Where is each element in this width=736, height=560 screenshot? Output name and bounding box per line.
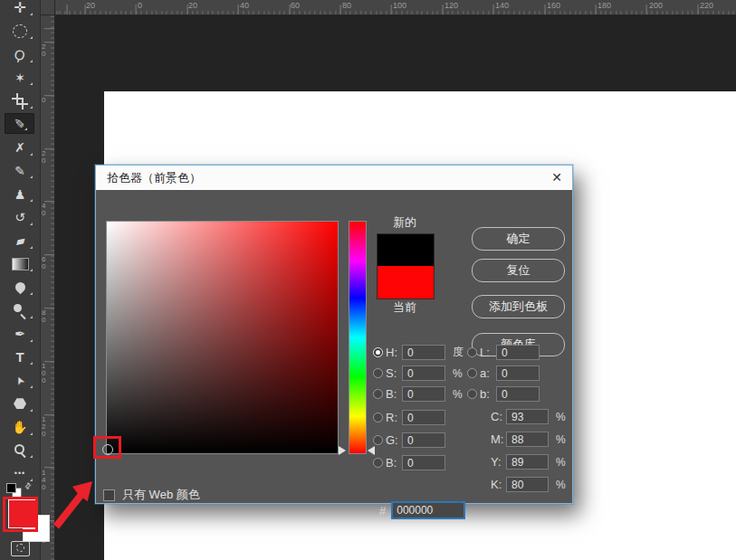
rgb-R-label: R: [386, 411, 402, 424]
ruler-label: 20 [42, 43, 49, 58]
rgb-R-radio[interactable] [373, 413, 383, 422]
hsb-B-label: B: [386, 387, 402, 401]
hue-slider[interactable] [349, 221, 367, 454]
color-picker-dialog: 拾色器（前景色） ✕ 新的 当前 确定复位添加到色板颜色库 H:0度S:0%B:… [95, 165, 573, 504]
ruler-label: 0 [138, 1, 142, 10]
hsb-H-input[interactable]: 0 [402, 345, 445, 360]
eyedropper-tool-icon: ✐ [13, 118, 25, 128]
clone-stamp-tool-icon: ♟ [14, 188, 26, 201]
ok-button[interactable]: 确定 [472, 227, 565, 251]
magic-wand-tool[interactable]: ✶ [0, 66, 40, 89]
rgb-B-input[interactable]: 0 [402, 455, 445, 470]
hex-prefix-label: # [379, 504, 386, 517]
history-brush-tool-icon: ↺ [14, 211, 25, 223]
rgb-G-label: G: [386, 433, 402, 447]
marquee-tool[interactable] [0, 20, 40, 43]
close-icon[interactable]: ✕ [545, 166, 569, 189]
tool-palette: ✛Ϙ✶✐✗✎♟↺▰✒T➤✋••• ⇄ [0, 0, 41, 560]
hsb-H-radio[interactable] [373, 347, 383, 357]
rgb-G-input[interactable]: 0 [402, 432, 445, 448]
type-tool[interactable]: T [0, 346, 40, 368]
pen-tool[interactable]: ✒ [0, 323, 40, 346]
ruler-label: 40 [240, 1, 249, 10]
photoshop-window: 20020406080100120140160180200220 2002040… [0, 0, 736, 560]
ruler-label: 140 [42, 470, 49, 491]
hand-tool[interactable]: ✋ [0, 416, 40, 439]
blur-tool-icon [13, 280, 27, 295]
hex-input[interactable]: 000000 [391, 501, 465, 519]
ruler-origin-corner[interactable] [40, 0, 55, 15]
rgb-R-input[interactable]: 0 [402, 410, 445, 425]
web-colors-row: 只有 Web 颜色 [103, 487, 200, 503]
lab-a-radio[interactable] [467, 368, 477, 378]
lab-b-radio[interactable] [467, 389, 477, 399]
rgb-B-radio[interactable] [373, 458, 383, 468]
lab-a-label: a: [480, 366, 496, 380]
cmyk-Y-unit: % [556, 456, 566, 469]
shape-tool[interactable] [0, 393, 40, 415]
ruler-label: 40 [42, 203, 49, 217]
lab-a-row: a:0 [467, 363, 540, 384]
cmyk-K-row: K:80% [491, 473, 566, 496]
dialog-title: 拾色器（前景色） [107, 170, 201, 186]
rgb-fields: R:0G:0B:0 [373, 406, 445, 474]
hsb-B-unit: % [453, 388, 463, 401]
cmyk-C-input[interactable]: 93 [506, 409, 549, 424]
hex-field-row: # 000000 [379, 501, 465, 519]
clone-stamp-tool[interactable]: ♟ [0, 183, 40, 205]
saturation-brightness-field[interactable] [106, 221, 339, 454]
lab-L-row: L:0 [467, 342, 540, 363]
hsb-S-radio[interactable] [373, 368, 383, 378]
dialog-titlebar[interactable]: 拾色器（前景色） ✕ [96, 166, 572, 190]
ruler-minor-ticks [54, 11, 736, 14]
healing-brush-tool-icon: ✗ [14, 141, 25, 154]
ruler-label: 120 [42, 416, 49, 438]
magic-wand-tool-icon: ✶ [14, 71, 25, 84]
hsb-H-row: H:0度 [373, 342, 464, 363]
shape-tool-icon [14, 398, 26, 409]
history-brush-tool[interactable]: ↺ [0, 206, 40, 229]
zoom-tool[interactable] [0, 439, 40, 461]
blur-tool[interactable] [0, 276, 40, 299]
ruler-label: 220 [700, 1, 713, 10]
gradient-tool[interactable] [0, 252, 40, 275]
eraser-tool[interactable]: ▰ [0, 230, 40, 252]
cmyk-M-row: M:88% [491, 428, 566, 451]
dialog-body: 新的 当前 确定复位添加到色板颜色库 H:0度S:0%B:0% L:0a:0b:… [96, 190, 572, 503]
reset-button[interactable]: 复位 [472, 259, 565, 282]
hue-slider-left-arrow-icon[interactable] [339, 446, 346, 455]
horizontal-ruler[interactable]: 20020406080100120140160180200220 [40, 0, 736, 15]
marquee-tool-icon [13, 24, 27, 38]
default-colors-icon[interactable] [6, 483, 16, 493]
hsb-B-radio[interactable] [373, 389, 383, 399]
lab-a-input[interactable]: 0 [496, 365, 540, 381]
cmyk-M-input[interactable]: 88 [506, 432, 549, 447]
hsb-S-input[interactable]: 0 [402, 365, 445, 381]
ruler-label: 80 [42, 309, 49, 324]
lab-b-input[interactable]: 0 [496, 386, 540, 402]
cmyk-Y-input[interactable]: 89 [506, 454, 549, 470]
brush-tool[interactable]: ✎ [0, 159, 40, 182]
lab-L-input[interactable]: 0 [496, 345, 540, 360]
color-compare-swatch [377, 233, 435, 299]
web-colors-checkbox[interactable] [103, 489, 115, 501]
lab-b-label: b: [480, 387, 496, 401]
rgb-G-radio[interactable] [373, 435, 383, 445]
dodge-tool[interactable] [0, 299, 40, 322]
move-tool[interactable]: ✛ [0, 0, 40, 19]
cmyk-K-input[interactable]: 80 [506, 477, 549, 492]
path-select-tool[interactable]: ➤ [0, 369, 40, 392]
lasso-tool[interactable]: Ϙ [0, 43, 40, 66]
rgb-B-row: B:0 [373, 451, 445, 474]
crop-tool[interactable] [0, 90, 40, 112]
swap-colors-icon[interactable]: ⇄ [23, 480, 33, 491]
healing-brush-tool[interactable]: ✗ [0, 137, 40, 159]
add-to-swatches-button[interactable]: 添加到色板 [472, 295, 565, 318]
hsb-B-input[interactable]: 0 [402, 386, 445, 402]
lab-L-radio[interactable] [467, 347, 477, 357]
current-color-swatch[interactable] [378, 266, 434, 299]
ruler-label: 180 [597, 1, 611, 10]
hsb-H-label: H: [386, 346, 402, 359]
ruler-label: 160 [547, 1, 560, 10]
eyedropper-tool[interactable]: ✐ [5, 113, 34, 134]
